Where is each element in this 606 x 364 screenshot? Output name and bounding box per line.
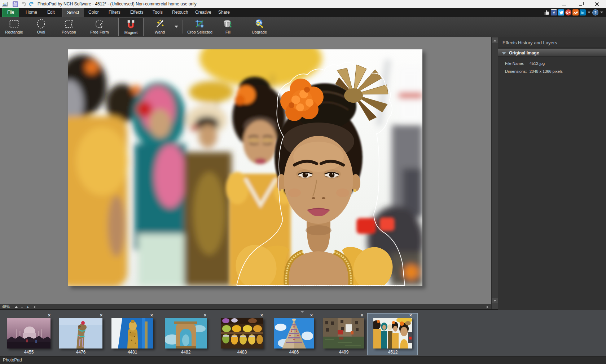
tab-creative[interactable]: Creative (190, 8, 216, 17)
divider (10, 1, 10, 6)
twitter-icon[interactable] (558, 9, 564, 15)
original-image-header[interactable]: Original Image (498, 49, 606, 57)
thumbnail-image-selected[interactable] (373, 318, 412, 349)
free-form-select-icon (87, 18, 113, 30)
title-bar: PhotoPad by NCH Software - 4512* - (Unli… (0, 0, 606, 8)
thumbnail-label[interactable]: 4512 (373, 350, 412, 355)
oval-select-icon (31, 18, 51, 30)
quick-access-toolbar (1, 1, 37, 7)
tab-filters[interactable]: Filters (104, 8, 125, 17)
tab-retouch[interactable]: Retouch (167, 8, 193, 17)
close-button[interactable] (592, 0, 602, 8)
facebook-icon[interactable]: f (551, 9, 557, 15)
effects-history-panel: Effects History and Layers Original Imag… (498, 37, 606, 310)
help-menu-chevron-icon[interactable] (600, 12, 603, 13)
polygon-select-button[interactable]: Polygon (57, 18, 81, 36)
wand-dropdown-arrow[interactable] (175, 26, 178, 28)
scroll-down-arrow[interactable] (492, 298, 498, 303)
thumbnail-image[interactable] (59, 318, 102, 349)
thumbnail-close-button[interactable]: × (203, 313, 207, 318)
scroll-up-arrow[interactable] (492, 37, 498, 43)
thumbnail-close-button[interactable]: × (309, 313, 314, 318)
thumbnail-close-button[interactable]: × (259, 313, 264, 318)
minimize-icon (562, 5, 566, 5)
tab-effects[interactable]: Effects (126, 8, 148, 17)
undo-icon[interactable] (20, 1, 27, 7)
magnet-select-button[interactable]: Magnet (118, 18, 144, 36)
divider (37, 1, 37, 6)
restore-button[interactable] (575, 0, 586, 8)
window-title: PhotoPad by NCH Software - 4512* - (Unli… (38, 0, 197, 8)
tab-share[interactable]: Share (214, 8, 234, 17)
save-button[interactable] (12, 1, 18, 7)
original-image-label: Original Image (509, 49, 539, 57)
file-name-value: 4512.jpg (530, 61, 545, 66)
nch-software-icon[interactable] (572, 9, 579, 15)
hscroll-left-arrow[interactable] (32, 305, 37, 309)
like-thumbs-up-icon[interactable] (544, 9, 550, 15)
tab-select[interactable]: Select (62, 8, 84, 17)
thumbnail-close-button[interactable]: × (149, 313, 154, 318)
ribbon-toolbar: Rectangle Oval Polygon Free Form Magnet … (0, 17, 606, 37)
zoom-level: 48% (2, 305, 10, 309)
wand-select-button[interactable]: Wand (149, 18, 171, 36)
rectangle-select-button[interactable]: Rectangle (3, 18, 25, 36)
tab-tools[interactable]: Tools (148, 8, 167, 17)
thumbnail-label[interactable]: 4486 (274, 350, 314, 355)
more-social-chevron-icon[interactable] (588, 12, 590, 13)
zoom-menu-arrow[interactable] (14, 305, 19, 309)
canvas-vertical-scrollbar[interactable] (491, 37, 498, 304)
tab-home[interactable]: Home (21, 8, 42, 17)
tab-color[interactable]: Color (84, 8, 104, 17)
thumbnail-close-button[interactable]: × (47, 313, 52, 318)
hscroll-right-arrow[interactable] (485, 305, 490, 309)
file-name-row: File Name: 4512.jpg (498, 59, 606, 67)
zoom-in-button[interactable]: + (25, 305, 30, 309)
photo-document[interactable] (68, 49, 422, 286)
dimensions-row: Dimensions: 2048 x 1366 pixels (498, 67, 606, 75)
thumbnail-label[interactable]: 4483 (221, 350, 263, 355)
thumbnail-image[interactable] (323, 318, 364, 349)
minimize-button[interactable] (558, 0, 569, 8)
strip-collapse-handle-icon[interactable] (300, 311, 304, 313)
zoom-out-button[interactable]: − (19, 305, 25, 309)
linkedin-icon[interactable]: in (580, 9, 586, 15)
tab-edit[interactable]: Edit (43, 8, 60, 17)
redo-icon[interactable] (28, 1, 35, 7)
thumbnail-close-button[interactable]: × (99, 313, 104, 318)
thumbnail-close-button[interactable]: × (360, 313, 364, 318)
thumbnail-label[interactable]: 4499 (323, 350, 364, 355)
google-plus-icon[interactable]: G+ (565, 9, 571, 15)
thumbnail-image[interactable] (165, 318, 207, 349)
thumbnail-label[interactable]: 4455 (7, 350, 50, 355)
thumbnail-image[interactable] (221, 318, 263, 349)
thumbnail-image[interactable] (274, 318, 314, 349)
app-icon (1, 1, 8, 7)
close-icon (595, 2, 599, 6)
toolbar-divider (244, 20, 244, 34)
crop-icon (185, 18, 215, 30)
thumbnail-close-button[interactable]: × (408, 313, 413, 318)
thumbnail-label[interactable]: 4481 (111, 350, 153, 355)
thumbnail-label[interactable]: 4482 (165, 350, 207, 355)
crop-selected-button[interactable]: Crop Selected (185, 18, 215, 36)
thumbnail-image[interactable] (7, 318, 50, 349)
tab-file[interactable]: File (2, 8, 19, 17)
help-icon[interactable]: ? (592, 9, 598, 15)
zoom-bar: 48% − + (0, 304, 491, 309)
thumbnail-label[interactable]: 4476 (59, 350, 102, 355)
dimensions-value: 2048 x 1366 pixels (530, 69, 563, 74)
upgrade-button[interactable]: Upgrade (247, 18, 271, 36)
scrollbar-corner (491, 304, 498, 309)
menu-bar: File Home Edit Select Color Filters Effe… (0, 8, 606, 17)
free-form-select-button[interactable]: Free Form (87, 18, 113, 36)
magnet-icon (119, 18, 143, 30)
paint-bucket-icon (219, 18, 237, 30)
thumbnail-image[interactable] (111, 318, 153, 349)
fill-button[interactable]: Fill (219, 18, 237, 36)
social-links: f G+ in ? (544, 9, 604, 16)
polygon-select-icon (57, 18, 81, 30)
upgrade-globe-key-icon (247, 18, 271, 30)
magic-wand-icon (149, 18, 171, 30)
oval-select-button[interactable]: Oval (31, 18, 51, 36)
